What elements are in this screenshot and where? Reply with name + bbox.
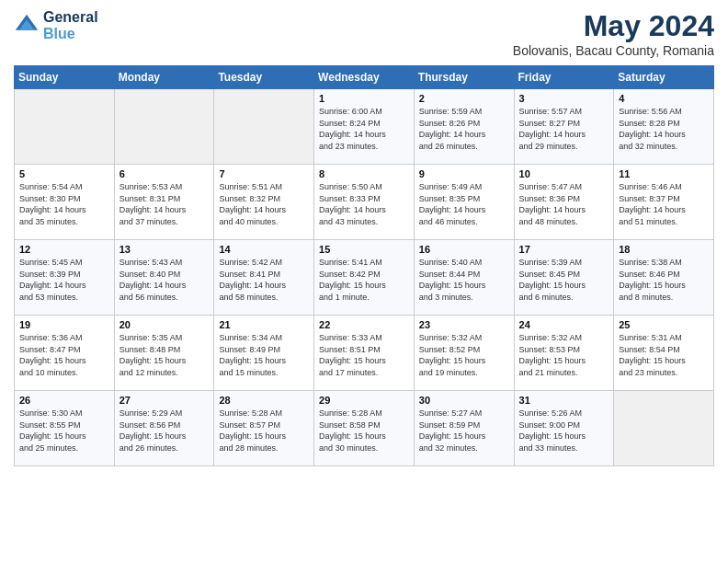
cell-text: Sunrise: 5:47 AM Sunset: 8:36 PM Dayligh… (519, 181, 609, 227)
day-number: 23 (419, 319, 509, 330)
day-number: 6 (119, 168, 210, 179)
calendar-cell: 23Sunrise: 5:32 AM Sunset: 8:52 PM Dayli… (414, 316, 514, 391)
calendar-cell: 20Sunrise: 5:35 AM Sunset: 8:48 PM Dayli… (114, 316, 214, 391)
day-number: 30 (419, 395, 509, 406)
day-number: 17 (519, 244, 609, 255)
cell-text: Sunrise: 5:50 AM Sunset: 8:33 PM Dayligh… (319, 181, 409, 227)
title-block: May 2024 Bolovanis, Bacau County, Romani… (513, 9, 714, 58)
day-header-tuesday: Tuesday (214, 66, 314, 89)
calendar-cell: 24Sunrise: 5:32 AM Sunset: 8:53 PM Dayli… (514, 316, 614, 391)
calendar-cell: 28Sunrise: 5:28 AM Sunset: 8:57 PM Dayli… (214, 391, 314, 466)
day-number: 29 (319, 395, 409, 406)
day-number: 10 (519, 168, 609, 179)
cell-text: Sunrise: 5:42 AM Sunset: 8:41 PM Dayligh… (219, 257, 309, 303)
cell-text: Sunrise: 5:54 AM Sunset: 8:30 PM Dayligh… (19, 181, 109, 227)
calendar: SundayMondayTuesdayWednesdayThursdayFrid… (14, 65, 714, 466)
page: General Blue May 2024 Bolovanis, Bacau C… (0, 0, 728, 563)
calendar-cell: 8Sunrise: 5:50 AM Sunset: 8:33 PM Daylig… (314, 165, 415, 240)
cell-text: Sunrise: 5:46 AM Sunset: 8:37 PM Dayligh… (619, 181, 709, 227)
cell-text: Sunrise: 5:53 AM Sunset: 8:31 PM Dayligh… (119, 181, 210, 227)
cell-text: Sunrise: 5:59 AM Sunset: 8:26 PM Dayligh… (419, 106, 509, 152)
cell-text: Sunrise: 5:32 AM Sunset: 8:53 PM Dayligh… (519, 332, 609, 378)
calendar-cell: 1Sunrise: 6:00 AM Sunset: 8:24 PM Daylig… (314, 89, 415, 165)
calendar-cell: 29Sunrise: 5:28 AM Sunset: 8:58 PM Dayli… (314, 391, 415, 466)
day-header-sunday: Sunday (15, 66, 115, 89)
calendar-week-5: 26Sunrise: 5:30 AM Sunset: 8:55 PM Dayli… (15, 391, 714, 466)
day-number: 31 (519, 395, 609, 406)
calendar-cell: 10Sunrise: 5:47 AM Sunset: 8:36 PM Dayli… (514, 165, 614, 240)
calendar-week-4: 19Sunrise: 5:36 AM Sunset: 8:47 PM Dayli… (15, 316, 714, 391)
day-number: 12 (19, 244, 109, 255)
cell-text: Sunrise: 5:27 AM Sunset: 8:59 PM Dayligh… (419, 408, 509, 454)
cell-text: Sunrise: 5:56 AM Sunset: 8:28 PM Dayligh… (619, 106, 709, 152)
main-title: May 2024 (513, 9, 714, 43)
day-number: 13 (119, 244, 210, 255)
calendar-cell (15, 89, 115, 165)
cell-text: Sunrise: 5:30 AM Sunset: 8:55 PM Dayligh… (19, 408, 109, 454)
calendar-cell: 15Sunrise: 5:41 AM Sunset: 8:42 PM Dayli… (314, 240, 415, 316)
calendar-cell: 30Sunrise: 5:27 AM Sunset: 8:59 PM Dayli… (414, 391, 514, 466)
calendar-cell: 11Sunrise: 5:46 AM Sunset: 8:37 PM Dayli… (614, 165, 714, 240)
day-number: 28 (219, 395, 309, 406)
calendar-cell: 26Sunrise: 5:30 AM Sunset: 8:55 PM Dayli… (15, 391, 115, 466)
calendar-cell: 5Sunrise: 5:54 AM Sunset: 8:30 PM Daylig… (15, 165, 115, 240)
day-number: 8 (319, 168, 409, 179)
logo: General Blue (14, 9, 98, 41)
cell-text: Sunrise: 5:43 AM Sunset: 8:40 PM Dayligh… (119, 257, 210, 303)
day-number: 27 (119, 395, 210, 406)
cell-text: Sunrise: 5:29 AM Sunset: 8:56 PM Dayligh… (119, 408, 210, 454)
cell-text: Sunrise: 6:00 AM Sunset: 8:24 PM Dayligh… (319, 106, 409, 152)
calendar-cell: 14Sunrise: 5:42 AM Sunset: 8:41 PM Dayli… (214, 240, 314, 316)
day-number: 3 (519, 93, 609, 104)
calendar-cell: 13Sunrise: 5:43 AM Sunset: 8:40 PM Dayli… (114, 240, 214, 316)
cell-text: Sunrise: 5:26 AM Sunset: 9:00 PM Dayligh… (519, 408, 609, 454)
day-number: 20 (119, 319, 210, 330)
day-number: 14 (219, 244, 309, 255)
calendar-cell (614, 391, 714, 466)
calendar-cell: 17Sunrise: 5:39 AM Sunset: 8:45 PM Dayli… (514, 240, 614, 316)
cell-text: Sunrise: 5:49 AM Sunset: 8:35 PM Dayligh… (419, 181, 509, 227)
logo-icon (14, 13, 40, 39)
day-header-saturday: Saturday (614, 66, 714, 89)
calendar-cell: 31Sunrise: 5:26 AM Sunset: 9:00 PM Dayli… (514, 391, 614, 466)
cell-text: Sunrise: 5:28 AM Sunset: 8:57 PM Dayligh… (219, 408, 309, 454)
cell-text: Sunrise: 5:51 AM Sunset: 8:32 PM Dayligh… (219, 181, 309, 227)
day-number: 15 (319, 244, 409, 255)
cell-text: Sunrise: 5:32 AM Sunset: 8:52 PM Dayligh… (419, 332, 509, 378)
cell-text: Sunrise: 5:28 AM Sunset: 8:58 PM Dayligh… (319, 408, 409, 454)
header: General Blue May 2024 Bolovanis, Bacau C… (14, 9, 714, 58)
calendar-cell: 6Sunrise: 5:53 AM Sunset: 8:31 PM Daylig… (114, 165, 214, 240)
cell-text: Sunrise: 5:35 AM Sunset: 8:48 PM Dayligh… (119, 332, 210, 378)
subtitle: Bolovanis, Bacau County, Romania (513, 43, 714, 58)
day-number: 1 (319, 93, 409, 104)
calendar-cell: 7Sunrise: 5:51 AM Sunset: 8:32 PM Daylig… (214, 165, 314, 240)
calendar-cell: 4Sunrise: 5:56 AM Sunset: 8:28 PM Daylig… (614, 89, 714, 165)
calendar-cell: 25Sunrise: 5:31 AM Sunset: 8:54 PM Dayli… (614, 316, 714, 391)
day-number: 4 (619, 93, 709, 104)
day-number: 25 (619, 319, 709, 330)
day-number: 2 (419, 93, 509, 104)
cell-text: Sunrise: 5:40 AM Sunset: 8:44 PM Dayligh… (419, 257, 509, 303)
cell-text: Sunrise: 5:33 AM Sunset: 8:51 PM Dayligh… (319, 332, 409, 378)
cell-text: Sunrise: 5:34 AM Sunset: 8:49 PM Dayligh… (219, 332, 309, 378)
calendar-week-1: 1Sunrise: 6:00 AM Sunset: 8:24 PM Daylig… (15, 89, 714, 165)
day-header-thursday: Thursday (414, 66, 514, 89)
logo-text: General Blue (43, 9, 98, 41)
calendar-week-3: 12Sunrise: 5:45 AM Sunset: 8:39 PM Dayli… (15, 240, 714, 316)
day-number: 19 (19, 319, 109, 330)
day-number: 7 (219, 168, 309, 179)
cell-text: Sunrise: 5:36 AM Sunset: 8:47 PM Dayligh… (19, 332, 109, 378)
cell-text: Sunrise: 5:45 AM Sunset: 8:39 PM Dayligh… (19, 257, 109, 303)
day-header-monday: Monday (114, 66, 214, 89)
calendar-cell (114, 89, 214, 165)
calendar-cell: 16Sunrise: 5:40 AM Sunset: 8:44 PM Dayli… (414, 240, 514, 316)
cell-text: Sunrise: 5:38 AM Sunset: 8:46 PM Dayligh… (619, 257, 709, 303)
day-number: 16 (419, 244, 509, 255)
day-number: 5 (19, 168, 109, 179)
day-number: 22 (319, 319, 409, 330)
calendar-cell (214, 89, 314, 165)
calendar-week-2: 5Sunrise: 5:54 AM Sunset: 8:30 PM Daylig… (15, 165, 714, 240)
day-number: 24 (519, 319, 609, 330)
calendar-cell: 2Sunrise: 5:59 AM Sunset: 8:26 PM Daylig… (414, 89, 514, 165)
cell-text: Sunrise: 5:39 AM Sunset: 8:45 PM Dayligh… (519, 257, 609, 303)
